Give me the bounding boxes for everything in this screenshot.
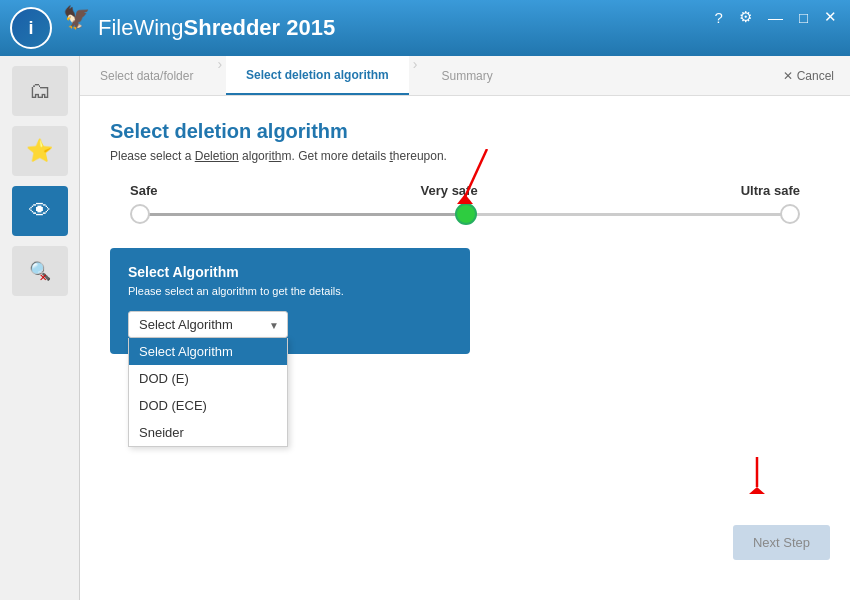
slider-label-very-safe: Very safe: [421, 183, 478, 198]
maximize-button[interactable]: □: [794, 7, 813, 28]
step-summary[interactable]: Summary: [421, 56, 512, 95]
cancel-button[interactable]: ✕ Cancel: [767, 56, 850, 95]
app-name-part1: FileWing: [98, 15, 184, 40]
step-label-2: Select deletion algorithm: [246, 68, 389, 82]
minimize-button[interactable]: —: [763, 7, 788, 28]
slider-track[interactable]: [130, 204, 800, 224]
red-arrow-next: [739, 457, 774, 505]
red-arrow-next-svg: [739, 457, 774, 502]
main-content: Select data/folder › Select deletion alg…: [80, 56, 850, 600]
step-select-algorithm[interactable]: Select deletion algorithm: [226, 56, 409, 95]
slider-knob-right[interactable]: [780, 204, 800, 224]
svg-marker-5: [749, 487, 765, 494]
slider-area: Safe Very safe Ultra safe: [110, 183, 820, 224]
dropdown-option-dod-ece[interactable]: DOD (ECE): [129, 392, 287, 419]
steps-bar: Select data/folder › Select deletion alg…: [80, 56, 850, 96]
app-title: FileWingShredder 2015: [98, 15, 335, 41]
next-step-label: Next Step: [753, 535, 810, 550]
close-button[interactable]: ✕: [819, 6, 842, 28]
step-label-3: Summary: [441, 69, 492, 83]
app-year: 2015: [286, 15, 335, 40]
slider-label-safe: Safe: [130, 183, 157, 198]
dropdown-option-select[interactable]: Select Algorithm: [129, 338, 287, 365]
app-name-part2: Shredder: [184, 15, 281, 40]
next-step-button[interactable]: Next Step: [733, 525, 830, 560]
content-area: Select deletion algorithm Please select …: [80, 96, 850, 378]
panel-row: Select Algorithm Please select an algori…: [110, 248, 820, 354]
dropdown-option-sneider[interactable]: Sneider: [129, 419, 287, 446]
slider-label-ultra-safe: Ultra safe: [741, 183, 800, 198]
app-logo: i 🦅: [10, 3, 90, 53]
window-controls[interactable]: ? ⚙ — □ ✕: [710, 6, 842, 28]
settings-button[interactable]: ⚙: [734, 6, 757, 28]
step-select-data[interactable]: Select data/folder: [80, 56, 213, 95]
panel-title: Select Algorithm: [128, 264, 452, 280]
sidebar-item-favorites[interactable]: ⭐: [12, 126, 68, 176]
slider-knob-left[interactable]: [130, 204, 150, 224]
sidebar-item-folder[interactable]: 🗂: [12, 66, 68, 116]
help-button[interactable]: ?: [710, 7, 728, 28]
cancel-label: ✕ Cancel: [783, 69, 834, 83]
step-label-1: Select data/folder: [100, 69, 193, 83]
sidebar: 🗂 ⭐ 👁 🔍✕: [0, 56, 80, 600]
slider-knob-middle[interactable]: [455, 203, 477, 225]
dropdown-menu[interactable]: Select Algorithm DOD (E) DOD (ECE) Sneid…: [128, 338, 288, 447]
algorithm-panel: Select Algorithm Please select an algori…: [110, 248, 470, 354]
sidebar-item-shred[interactable]: 👁: [12, 186, 68, 236]
dropdown-current-value: Select Algorithm: [139, 317, 233, 332]
step-arrow-2: ›: [413, 56, 418, 95]
track-filled: [140, 213, 465, 216]
page-description: Please select a Deletion algorithm. Get …: [110, 149, 820, 163]
titlebar: i 🦅 FileWingShredder 2015 ? ⚙ — □ ✕: [0, 0, 850, 56]
logo-circle: i: [10, 7, 52, 49]
bird-icon: 🦅: [63, 5, 90, 31]
sidebar-item-search-delete[interactable]: 🔍✕: [12, 246, 68, 296]
dropdown-option-dod-e[interactable]: DOD (E): [129, 365, 287, 392]
algorithm-dropdown-container[interactable]: Select Algorithm Select Algorithm DOD (E…: [128, 311, 288, 338]
page-title: Select deletion algorithm: [110, 120, 820, 143]
algorithm-dropdown[interactable]: Select Algorithm: [128, 311, 288, 338]
slider-labels: Safe Very safe Ultra safe: [130, 183, 800, 198]
panel-description: Please select an algorithm to get the de…: [128, 284, 452, 299]
step-arrow-1: ›: [217, 56, 222, 95]
